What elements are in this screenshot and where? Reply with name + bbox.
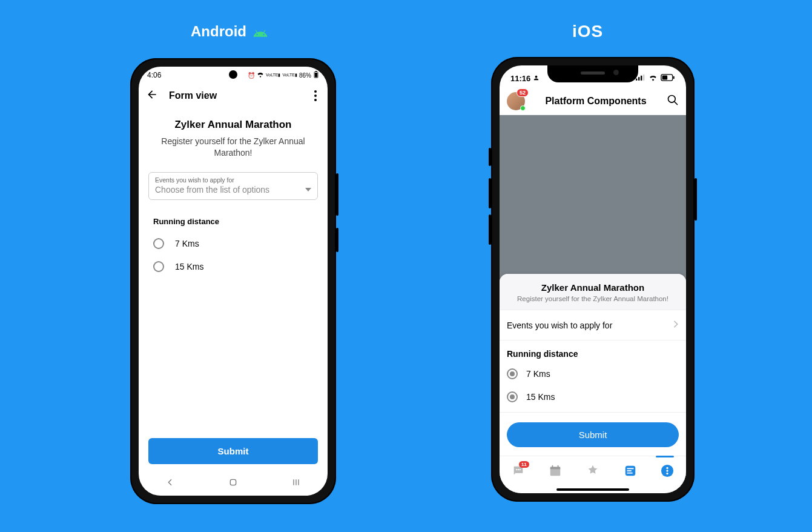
- svg-rect-6: [641, 75, 642, 80]
- person-icon: [533, 74, 540, 83]
- tab-calendar[interactable]: [549, 464, 562, 480]
- tab-indicator: [656, 456, 674, 457]
- chat-badge: 11: [519, 461, 529, 468]
- svg-rect-3: [230, 479, 236, 485]
- volume-button: [336, 173, 338, 216]
- tab-widgets[interactable]: [624, 464, 637, 480]
- nav-home-button[interactable]: [217, 473, 249, 494]
- back-button[interactable]: [146, 88, 158, 103]
- android-icon: [253, 25, 268, 38]
- ios-device: 11:16 52 Platfo: [491, 57, 695, 502]
- svg-point-13: [516, 469, 517, 470]
- more-options-button[interactable]: [311, 87, 320, 105]
- radio-label: 15 Kms: [175, 262, 203, 271]
- radio-option-7km[interactable]: 7 Kms: [148, 238, 318, 249]
- svg-rect-21: [627, 468, 633, 469]
- running-distance-label: Running distance: [148, 217, 318, 226]
- appbar-title: Form view: [169, 90, 217, 101]
- notification-badge: 52: [517, 88, 529, 97]
- svg-rect-5: [638, 77, 639, 81]
- svg-point-14: [518, 469, 519, 470]
- running-distance-label: Running distance: [500, 341, 686, 362]
- svg-point-27: [667, 472, 668, 474]
- tab-chats[interactable]: 11: [512, 464, 525, 480]
- dropdown-caret-icon: [305, 188, 311, 191]
- svg-point-26: [667, 470, 668, 471]
- radio-icon: [153, 238, 164, 249]
- submit-button[interactable]: Submit: [148, 438, 318, 464]
- signal-icon-1: VoLTE▮: [266, 73, 281, 78]
- form-content: Zylker Annual Marathon Register yourself…: [139, 108, 328, 438]
- mute-switch: [489, 148, 491, 166]
- android-device: 4:06 ⏰ VoLTE▮ VoLTE▮ 86% Form view: [130, 58, 336, 504]
- presence-dot-icon: [520, 105, 526, 111]
- radio-option-15km[interactable]: 15 Kms: [148, 261, 318, 272]
- svg-rect-23: [627, 472, 632, 473]
- status-time: 4:06: [147, 71, 161, 79]
- screen-body: Zylker Annual Marathon Register yourself…: [500, 115, 686, 493]
- avatar-button[interactable]: 52: [507, 92, 525, 110]
- svg-rect-10: [662, 75, 668, 79]
- svg-line-12: [675, 101, 678, 104]
- form-heading: Zylker Annual Marathon: [506, 282, 680, 293]
- chevron-right-icon: [673, 320, 679, 330]
- svg-rect-19: [558, 465, 559, 468]
- android-label-text: Android: [191, 23, 246, 40]
- events-dropdown[interactable]: Events you wish to apply for Choose from…: [148, 172, 318, 200]
- events-label: Events you wish to apply for: [507, 321, 612, 330]
- svg-rect-1: [315, 71, 317, 72]
- volume-up-button: [489, 178, 491, 208]
- punch-hole-camera: [229, 70, 237, 79]
- status-time: 11:16: [510, 74, 530, 83]
- battery-icon: [661, 74, 675, 83]
- power-button: [336, 228, 338, 252]
- radio-label: 7 Kms: [175, 239, 199, 248]
- svg-rect-4: [636, 78, 637, 80]
- form-heading: Zylker Annual Marathon: [148, 119, 318, 131]
- events-placeholder: Choose from the list of options: [155, 185, 269, 195]
- signal-icon-2: VoLTE▮: [282, 73, 297, 78]
- notch: [547, 65, 638, 82]
- ios-label-text: iOS: [572, 22, 603, 41]
- platform-label-ios: iOS: [572, 22, 603, 41]
- home-indicator[interactable]: [556, 488, 629, 491]
- platform-label-android: Android: [191, 23, 268, 40]
- submit-button[interactable]: Submit: [507, 422, 679, 447]
- ios-screen: 11:16 52 Platfo: [500, 65, 686, 493]
- tab-channels[interactable]: [586, 464, 599, 480]
- form-sheet: Zylker Annual Marathon Register yourself…: [500, 274, 686, 456]
- svg-rect-17: [550, 467, 561, 469]
- svg-rect-9: [673, 76, 675, 78]
- radio-icon: [153, 261, 164, 272]
- status-indicators: ⏰ VoLTE▮ VoLTE▮ 86%: [248, 71, 319, 79]
- nav-recents-button[interactable]: [280, 473, 312, 494]
- battery-text: 86%: [299, 72, 311, 79]
- tab-more[interactable]: [661, 464, 674, 480]
- events-picker-row[interactable]: Events you wish to apply for: [500, 310, 686, 341]
- android-nav-bar: [139, 471, 328, 496]
- header-bar: 52 Platform Components: [500, 87, 686, 115]
- header-title: Platform Components: [531, 96, 661, 107]
- nav-back-button[interactable]: [154, 473, 186, 494]
- status-bar: 4:06 ⏰ VoLTE▮ VoLTE▮ 86%: [139, 67, 328, 84]
- form-subheading: Register yourself for the Zylker Annual …: [148, 136, 318, 159]
- svg-rect-2: [315, 73, 318, 78]
- svg-rect-22: [627, 470, 631, 471]
- submit-label: Submit: [579, 430, 607, 440]
- radio-icon: [507, 368, 518, 379]
- search-button[interactable]: [667, 94, 679, 108]
- alarm-icon: ⏰: [248, 72, 255, 79]
- radio-option-15km[interactable]: 15 Kms: [500, 385, 686, 408]
- app-bar: Form view: [139, 84, 328, 108]
- svg-rect-7: [643, 75, 644, 81]
- radio-label: 15 Kms: [526, 392, 555, 402]
- submit-label: Submit: [218, 446, 249, 456]
- volume-down-button: [489, 214, 491, 245]
- events-field-label: Events you wish to apply for: [155, 176, 311, 184]
- tab-bar: 11: [500, 456, 686, 493]
- svg-rect-18: [552, 465, 553, 468]
- radio-option-7km[interactable]: 7 Kms: [500, 362, 686, 385]
- sheet-header: Zylker Annual Marathon Register yourself…: [500, 274, 686, 310]
- power-button: [695, 178, 697, 221]
- radio-icon: [507, 391, 518, 402]
